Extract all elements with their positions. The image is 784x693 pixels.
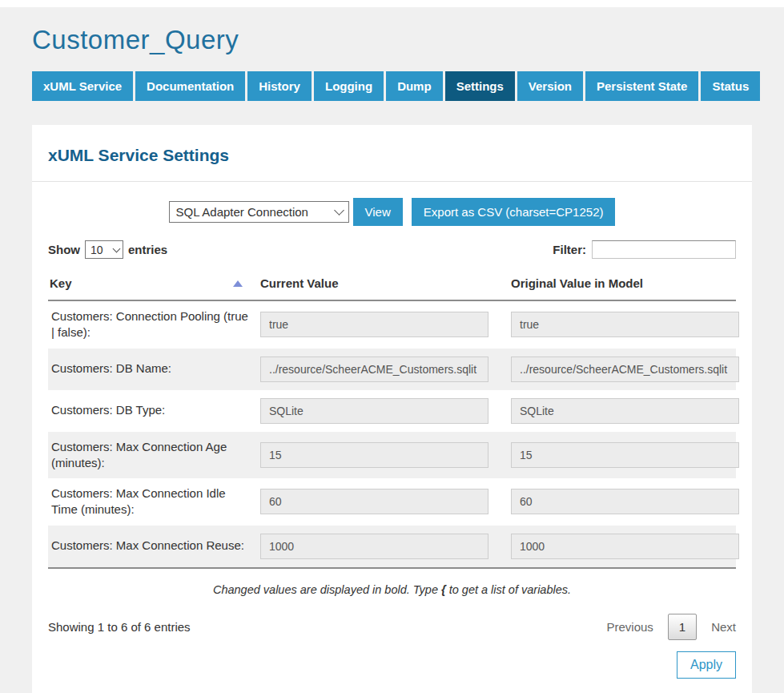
tab-documentation[interactable]: Documentation (135, 71, 245, 101)
table-row: Customers: Max Connection Reuse: (48, 526, 736, 567)
current-value-input[interactable] (260, 357, 488, 382)
tab-logging[interactable]: Logging (314, 71, 384, 101)
pagination-page-1[interactable]: 1 (668, 614, 697, 640)
tab-dump[interactable]: Dump (386, 71, 443, 101)
entries-label: entries (128, 243, 167, 256)
settings-panel: xUML Service Settings SQL Adapter Connec… (32, 125, 752, 693)
filter-label: Filter: (553, 243, 586, 256)
export-csv-button[interactable]: Export as CSV (charset=CP1252) (412, 198, 616, 226)
setting-key: Customers: DB Name: (50, 361, 183, 377)
pagination: Previous 1 Next (606, 614, 736, 640)
original-value-input[interactable] (511, 442, 739, 468)
table-row: Customers: Connection Pooling (true | fa… (48, 301, 736, 349)
table-footer: Showing 1 to 6 of 6 entries Previous 1 N… (48, 606, 736, 640)
filter-group: Filter: (553, 240, 736, 259)
sort-asc-icon (233, 280, 243, 287)
filter-input[interactable] (592, 240, 736, 259)
original-value-input[interactable] (511, 312, 739, 337)
pagination-next[interactable]: Next (711, 620, 736, 634)
current-value-input[interactable] (260, 489, 488, 514)
current-value-input[interactable] (260, 398, 488, 424)
original-value-input[interactable] (511, 534, 739, 559)
table-header-row: Key Current Value Original Value in Mode… (48, 267, 736, 301)
content: Customer_Query xUML Service Documentatio… (0, 7, 784, 693)
column-header-key[interactable]: Key (48, 276, 260, 290)
top-strip (0, 0, 784, 7)
current-value-input[interactable] (260, 534, 488, 559)
list-controls: Show 10 entries Filter: (48, 237, 736, 267)
tab-history[interactable]: History (247, 71, 312, 101)
showing-entries-text: Showing 1 to 6 of 6 entries (48, 620, 191, 634)
tab-xuml-service[interactable]: xUML Service (32, 71, 133, 101)
table-row: Customers: DB Name: (48, 349, 736, 390)
column-header-current-value[interactable]: Current Value (260, 276, 505, 290)
tab-version[interactable]: Version (517, 71, 583, 101)
settings-toolbar: SQL Adapter Connection View Export as CS… (48, 182, 736, 237)
original-value-input[interactable] (511, 489, 739, 514)
original-value-input[interactable] (511, 357, 739, 382)
show-entries-group: Show 10 entries (48, 240, 167, 259)
current-value-input[interactable] (260, 442, 488, 468)
current-value-input[interactable] (260, 312, 488, 337)
page-title: Customer_Query (32, 7, 752, 71)
settings-table: Key Current Value Original Value in Mode… (48, 267, 736, 569)
setting-category-select-wrap: SQL Adapter Connection (169, 201, 349, 223)
table-row: Customers: Max Connection Age (minutes): (48, 432, 736, 479)
setting-key: Customers: Max Connection Age (minutes): (50, 439, 260, 472)
page-length-select-wrap: 10 (85, 240, 123, 259)
tabbar: xUML Service Documentation History Loggi… (32, 71, 752, 101)
apply-row: Apply (48, 651, 736, 679)
show-label: Show (48, 243, 80, 256)
tab-persistent-state[interactable]: Persistent State (585, 71, 698, 101)
changed-values-note: Changed values are displayed in bold. Ty… (48, 569, 736, 606)
table-row: Customers: DB Type: (48, 390, 736, 432)
pagination-previous[interactable]: Previous (606, 620, 653, 634)
setting-key: Customers: Max Connection Reuse: (50, 538, 255, 554)
original-value-input[interactable] (511, 398, 739, 424)
page-length-select[interactable]: 10 (85, 240, 123, 259)
setting-key: Customers: Connection Pooling (true | fa… (50, 308, 260, 341)
setting-key: Customers: Max Connection Idle Time (min… (50, 486, 260, 518)
panel-heading: xUML Service Settings (48, 125, 736, 181)
page: Customer_Query xUML Service Documentatio… (0, 0, 784, 693)
setting-category-select[interactable]: SQL Adapter Connection (169, 201, 349, 223)
table-row: Customers: Max Connection Idle Time (min… (48, 478, 736, 526)
tab-settings[interactable]: Settings (445, 71, 515, 101)
view-button[interactable]: View (353, 198, 403, 226)
apply-button[interactable]: Apply (677, 651, 736, 679)
table-body: Customers: Connection Pooling (true | fa… (48, 301, 736, 569)
tab-status[interactable]: Status (701, 71, 760, 101)
setting-key: Customers: DB Type: (50, 402, 176, 418)
column-header-original-value[interactable]: Original Value in Model (505, 276, 736, 290)
